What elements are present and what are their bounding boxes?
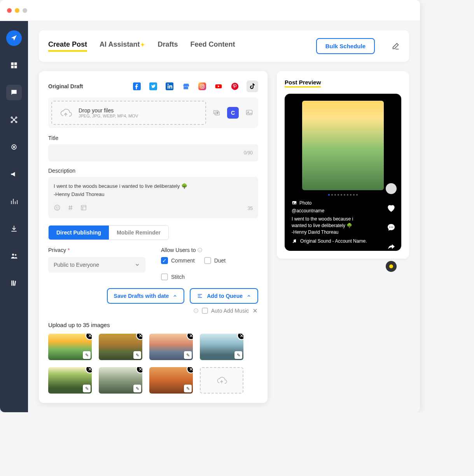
upload-cloud-icon	[58, 107, 73, 119]
svg-point-36	[389, 227, 390, 228]
queue-icon	[197, 293, 203, 299]
chevron-down-icon	[135, 262, 140, 268]
remove-thumbnail-icon[interactable]: ✕	[237, 334, 243, 340]
heart-icon[interactable]	[386, 203, 397, 214]
pinterest-icon[interactable]	[230, 82, 240, 91]
privacy-select[interactable]: Public to Everyone	[48, 257, 145, 273]
save-drafts-button[interactable]: Save Drafts with date	[107, 288, 185, 304]
svg-point-6	[16, 117, 17, 118]
thumbnail[interactable]: ✕✎	[149, 367, 193, 394]
title-input[interactable]	[48, 144, 258, 161]
remove-thumbnail-icon[interactable]: ✕	[187, 367, 193, 373]
stitch-checkbox[interactable]: Stitch	[161, 273, 185, 280]
edit-thumbnail-icon[interactable]: ✎	[184, 385, 192, 392]
thumbnail[interactable]: ✕✎	[99, 334, 142, 360]
add-thumbnail-button[interactable]	[200, 367, 243, 394]
sidebar-messages[interactable]	[6, 85, 22, 100]
preview-image	[302, 101, 384, 190]
sidebar-analytics[interactable]	[6, 194, 22, 209]
emoji-icon[interactable]	[54, 204, 61, 213]
facebook-icon[interactable]	[132, 82, 142, 91]
edit-thumbnail-icon[interactable]: ✎	[184, 351, 192, 359]
sidebar-dashboard[interactable]	[6, 58, 22, 73]
edit-thumbnail-icon[interactable]: ✎	[234, 351, 242, 359]
youtube-icon[interactable]	[214, 82, 223, 91]
sidebar-download[interactable]	[6, 221, 22, 236]
canva-button[interactable]: C	[227, 107, 239, 119]
info-icon	[197, 247, 203, 253]
preview-type: Photo	[299, 200, 311, 206]
svg-point-25	[231, 83, 238, 90]
direct-publishing-toggle[interactable]: Direct Publishing	[49, 226, 109, 240]
twitter-icon[interactable]	[149, 82, 158, 91]
thumbnail[interactable]: ✕✎	[149, 334, 193, 360]
sidebar-target[interactable]	[6, 139, 22, 155]
comment-checkbox[interactable]: ✓Comment	[161, 257, 195, 264]
instagram-icon[interactable]	[198, 82, 207, 91]
compose-icon[interactable]	[391, 42, 400, 51]
comment-icon[interactable]	[386, 222, 397, 233]
sidebar-team[interactable]	[6, 248, 22, 264]
preview-panel: Post Preview	[277, 71, 409, 259]
allow-users-label: Allow Users to	[161, 247, 258, 253]
sidebar-megaphone[interactable]	[6, 166, 22, 182]
remove-thumbnail-icon[interactable]: ✕	[86, 367, 92, 373]
google-business-icon[interactable]	[181, 82, 191, 91]
add-to-queue-button[interactable]: Add to Queue	[190, 288, 258, 304]
thumbnail[interactable]: ✕✎	[48, 367, 92, 394]
description-counter: 35	[248, 206, 253, 211]
edit-thumbnail-icon[interactable]: ✎	[133, 351, 141, 359]
tiktok-icon[interactable]	[247, 80, 258, 92]
description-label: Description	[48, 168, 258, 174]
chevron-up-icon	[173, 294, 177, 298]
media-library-button[interactable]	[211, 107, 222, 119]
image-picker-button[interactable]	[243, 107, 255, 119]
edit-thumbnail-icon[interactable]: ✎	[133, 385, 141, 392]
thumbnail-grid: ✕✎ ✕✎ ✕✎ ✕✎ ✕✎ ✕✎ ✕✎	[48, 334, 258, 394]
remove-thumbnail-icon[interactable]: ✕	[86, 334, 92, 340]
auto-add-music-checkbox[interactable]	[202, 308, 208, 314]
edit-thumbnail-icon[interactable]: ✎	[83, 351, 91, 359]
sound-disc-icon[interactable]	[386, 261, 397, 272]
close-icon[interactable]	[252, 308, 258, 314]
svg-point-4	[13, 119, 14, 120]
remove-thumbnail-icon[interactable]: ✕	[136, 334, 142, 340]
linkedin-icon[interactable]	[165, 82, 174, 91]
minimize-dot[interactable]	[15, 8, 19, 13]
hashtag-icon[interactable]	[67, 204, 74, 213]
sidebar-library[interactable]	[6, 275, 22, 291]
maximize-dot[interactable]	[23, 8, 27, 13]
tab-ai-assistant[interactable]: AI Assistant✦	[100, 40, 145, 52]
tab-drafts[interactable]: Drafts	[157, 40, 178, 52]
bulk-schedule-button[interactable]: Bulk Schedule	[316, 38, 375, 54]
topbar: Create Post AI Assistant✦ Drafts Feed Co…	[39, 30, 409, 62]
social-icons	[132, 80, 258, 92]
description-box[interactable]: I went to the woods because i wanted to …	[48, 177, 258, 218]
tab-feed-content[interactable]: Feed Content	[190, 40, 235, 52]
avatar-icon[interactable]	[386, 183, 397, 194]
remove-thumbnail-icon[interactable]: ✕	[187, 334, 193, 340]
template-icon[interactable]	[80, 204, 87, 213]
brand-logo[interactable]	[6, 30, 22, 46]
music-note-icon	[292, 238, 297, 244]
remove-thumbnail-icon[interactable]: ✕	[136, 367, 142, 373]
file-dropzone[interactable]: Drop your files JPEG, JPG, WEBP, MP4, MO…	[51, 101, 206, 125]
upload-limit-label: Upload up to 35 images	[48, 322, 258, 328]
publish-mode-toggle: Direct Publishing Mobile Reminder	[48, 225, 169, 240]
title-label: Title	[48, 135, 258, 141]
svg-rect-33	[81, 205, 86, 210]
thumbnail[interactable]: ✕✎	[200, 334, 243, 360]
share-icon[interactable]	[386, 242, 397, 252]
close-dot[interactable]	[7, 8, 12, 13]
tab-create-post[interactable]: Create Post	[48, 40, 87, 52]
main-content: Create Post AI Assistant✦ Drafts Feed Co…	[28, 21, 420, 412]
phone-preview: Photo @accountname I went to the woods b…	[285, 94, 401, 251]
svg-point-11	[12, 254, 14, 256]
thumbnail[interactable]: ✕✎	[48, 334, 92, 360]
sidebar-network[interactable]	[6, 112, 22, 128]
description-text: I went to the woods because i wanted to …	[54, 182, 253, 200]
duet-checkbox[interactable]: Duet	[204, 257, 226, 264]
thumbnail[interactable]: ✕✎	[99, 367, 142, 394]
edit-thumbnail-icon[interactable]: ✎	[83, 385, 91, 392]
mobile-reminder-toggle[interactable]: Mobile Reminder	[109, 226, 168, 240]
